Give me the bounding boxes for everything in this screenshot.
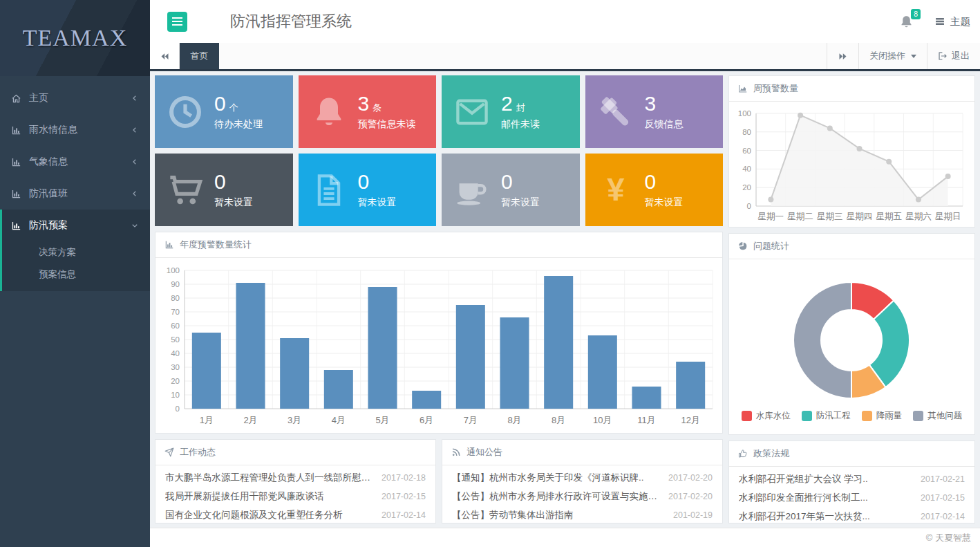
envelope-icon [454,94,490,130]
coffee-icon [454,172,490,208]
bar-2月[interactable] [236,283,265,409]
yearly-bar-chart[interactable]: 01020304050607080901001月2月3月4月5月6月7月8月8月… [160,262,718,429]
sidebar-item-label: 主页 [29,92,48,104]
brand-logo-text: TEAMAX [23,25,127,51]
sidebar-item-2[interactable]: 气象信息 [0,146,150,178]
header-actions: 8 主题 [899,15,970,29]
bar-7月[interactable] [456,305,485,409]
stat-value: 0个 [214,93,263,114]
sidebar-item-4[interactable]: 防汛预案 [2,210,150,241]
svg-text:11月: 11月 [637,415,656,425]
news-list: 市大鹏半岛水源工程管理处负责人到一线部所慰问新春2017-02-18我局开展新提… [156,465,435,527]
stat-card-5[interactable]: 0暂未设置 [299,154,437,226]
sidebar-item-0[interactable]: 主页 [0,82,150,114]
news-item-title: 水利部印发全面推行河长制工... [739,492,912,504]
svg-text:星期五: 星期五 [876,212,902,221]
stat-card-4[interactable]: 0暂未设置 [155,154,293,226]
bar-6月[interactable] [412,391,441,409]
bar-11月[interactable] [632,387,661,409]
svg-text:7月: 7月 [464,415,478,425]
stat-label: 暂未设置 [358,196,397,209]
thumbs-up-icon [738,449,748,458]
notifications-button[interactable]: 8 [899,15,914,29]
svg-text:10月: 10月 [593,415,612,425]
stat-card-icon [454,94,490,130]
weekly-line-chart[interactable]: 020406080100星期一星期二星期三星期四星期五星期六星期日 [733,105,971,224]
menu-toggle-button[interactable] [167,12,187,32]
stat-card-0[interactable]: 0个待办未处理 [155,75,293,148]
news-item[interactable]: 水利部印发全面推行河长制工...2017-02-15 [729,488,974,507]
stat-card-icon [167,94,203,130]
tab-home[interactable]: 首页 [180,43,219,69]
sidebar-group-4: 防汛预案决策方案预案信息 [0,210,150,291]
issue-donut-chart[interactable] [733,272,971,409]
chevron-left-icon [131,126,139,134]
page-title: 防汛指挥管理系统 [230,11,352,32]
brand-logo[interactable]: TEAMAX [0,0,150,76]
stat-value: 0 [358,171,397,192]
svg-text:60: 60 [742,146,751,154]
stat-label: 预警信息未读 [358,118,416,131]
legend-item-1[interactable]: 防汛工程 [802,410,851,422]
logout-button[interactable]: 退出 [927,43,980,69]
news-item[interactable]: 【公告】劳动节集体出游指南201-02-19 [442,506,722,524]
sidebar-item-label: 雨水情信息 [29,124,77,136]
sidebar-item-label: 防汛预案 [29,219,68,232]
sidebar-item-3[interactable]: 防汛值班 [0,178,150,210]
bar-8月[interactable] [544,276,573,409]
news-item-title: 市大鹏半岛水源工程管理处负责人到一线部所慰问新春 [165,472,373,484]
stat-card-3[interactable]: 3反馈信息 [585,75,724,148]
double-right-icon [838,51,848,62]
bar-4月[interactable] [324,370,353,409]
bar-10月[interactable] [588,335,617,409]
sidebar-subitem-1[interactable]: 预案信息 [2,263,150,286]
chevron-down-icon [131,221,139,230]
panel-header: 政策法规 [729,441,974,467]
news-item[interactable]: 国有企业文化问题根源及文化重塑任务分析2017-02-14 [156,506,435,524]
sidebar-group-1: 雨水情信息 [0,114,150,146]
news-item[interactable]: 【公告】杭州市水务局排水行政许可设置与实施优..2017-02-20 [442,487,722,506]
news-item[interactable]: 水利部召开党组扩大会议 学习..2017-02-21 [729,470,974,488]
svg-text:星期四: 星期四 [847,212,873,221]
chevron-left-icon [131,189,139,198]
theme-label: 主题 [950,15,970,28]
theme-button[interactable]: 主题 [934,15,970,28]
stat-label: 暂未设置 [501,196,540,209]
legend-swatch [802,411,812,421]
tabs-scroll-left-button[interactable] [150,43,180,69]
news-item-title: 【通知】杭州市水务局关于印发《河道标识牌.. [452,472,660,484]
bar-3月[interactable] [280,338,309,409]
bar-12月[interactable] [676,362,705,409]
stat-cards-grid: 0个待办未处理3条预警信息未读2封邮件未读3反馈信息0暂未设置0暂未设置0暂未设… [155,75,723,226]
tabs-scroll-right-button[interactable] [827,43,858,69]
close-operations-dropdown[interactable]: 关闭操作 [858,43,927,69]
svg-text:8月: 8月 [552,415,565,425]
svg-text:10: 10 [171,391,180,399]
notification-badge: 8 [911,9,921,19]
stat-card-7[interactable]: ¥0暂未设置 [585,154,724,226]
list-icon [934,16,945,27]
news-item[interactable]: 市大鹏半岛水源工程管理处负责人到一线部所慰问新春2017-02-18 [156,468,435,487]
stat-card-2[interactable]: 2封邮件未读 [442,75,580,148]
bar-8月[interactable] [500,317,529,409]
svg-text:30: 30 [171,363,180,371]
news-item[interactable]: 【通知】杭州市水务局关于印发《河道标识牌..2017-02-20 [442,468,722,487]
sidebar-item-label: 气象信息 [29,156,68,168]
legend-item-0[interactable]: 水库水位 [742,410,791,422]
sidebar-item-1[interactable]: 雨水情信息 [0,114,150,146]
sidebar-subitem-0[interactable]: 决策方案 [2,241,150,263]
news-item[interactable]: 我局开展新提拔任用干部党风廉政谈话2017-02-15 [156,487,435,506]
news-item[interactable]: 水利部召开2017年第一次扶贫...2017-02-14 [729,507,974,526]
svg-text:0: 0 [176,405,180,413]
legend-item-3[interactable]: 其他问题 [913,410,962,422]
issue-donut-title: 问题统计 [753,240,789,252]
cart-icon [167,172,203,208]
legend-label: 降雨量 [876,410,903,422]
stat-card-1[interactable]: 3条预警信息未读 [299,75,437,148]
bar-1月[interactable] [192,333,221,409]
bar-5月[interactable] [368,287,397,409]
donut-segment-其他问题[interactable] [793,282,851,398]
svg-text:80: 80 [742,127,751,136]
legend-item-2[interactable]: 降雨量 [862,410,903,422]
stat-card-6[interactable]: 0暂未设置 [442,154,580,226]
